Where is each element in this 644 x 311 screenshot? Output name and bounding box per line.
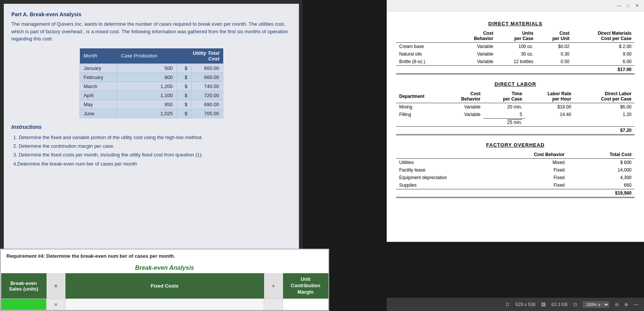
item-cell: Equipment depreciation <box>396 174 479 181</box>
cost-cell: 690.00 <box>191 100 223 109</box>
item-cell: Natural oils <box>396 50 457 58</box>
factory-overhead-title: FACTORY OVERHEAD <box>396 142 635 148</box>
behavior-cell: Variable <box>457 58 496 66</box>
dl-cost-per-case-header: Direct LaborCost per Case <box>574 90 635 103</box>
dept-cell: Mixing <box>396 103 442 111</box>
total-label <box>396 189 568 198</box>
table-row: Cream base Variable 100 oz. $0.02 $ 2.00 <box>396 43 635 51</box>
total-value: $19,560 <box>568 189 635 198</box>
instruction-item: 1. Determine the fixed and variable port… <box>13 133 291 142</box>
subtotal-empty <box>574 119 635 127</box>
divide-header: ÷ <box>264 273 283 299</box>
table-row: Utilities Mixed $ 600 <box>396 159 635 167</box>
close-button[interactable]: ✕ <box>634 3 640 9</box>
cases-cell: 1,100 <box>117 91 177 100</box>
bottom-section: Requirement #4: Determine the break-even… <box>0 249 329 311</box>
cost-case-cell: 6.00 <box>572 58 635 66</box>
units-cell: 100 oz. <box>496 43 537 51</box>
units-cell: 30 oz. <box>496 50 537 58</box>
part-a-title: Part A. Break-even Analysis <box>11 11 291 17</box>
behavior-cell: Mixed <box>479 159 568 167</box>
month-cell: January <box>80 63 117 73</box>
instructions-title: Instructions <box>11 124 291 130</box>
total-cost-header: Total Cost <box>568 151 635 159</box>
cases-cell: 1,025 <box>117 109 177 118</box>
item-header <box>396 29 457 43</box>
table-row: Supplies Fixed 660 <box>396 181 635 189</box>
cost-cell: 720.00 <box>191 91 223 100</box>
cost-cell: 740.00 <box>191 82 223 91</box>
cost-cell: $6.00 <box>574 103 635 111</box>
subtotal-row: 25 min. <box>396 119 635 127</box>
instruction-item: 4.Determine the break-even num ber of ca… <box>13 159 291 168</box>
zoom-out-right-icon[interactable]: ⊖ <box>615 302 619 307</box>
cost-cell: 705.00 <box>191 109 223 118</box>
total-label <box>396 66 572 74</box>
table-row: January 500 $ 600.00 <box>80 63 223 73</box>
direct-labor-title: DIRECT LABOR <box>396 81 635 87</box>
subtotal-empty <box>525 119 574 127</box>
month-cell: May <box>80 100 117 109</box>
frame-icon-right[interactable]: ⊡ <box>573 302 577 307</box>
cost-cell: 14,000 <box>568 166 635 174</box>
direct-labor-table: Department CostBehavior Timeper Case Lab… <box>396 90 635 135</box>
behavior-cell: Variable <box>442 103 484 111</box>
behavior-cell: Fixed <box>479 174 568 181</box>
dollar-cell: $ <box>177 109 191 118</box>
total-value: $17.00 <box>572 66 635 74</box>
rate-cell: $18.00 <box>525 103 574 111</box>
break-even-sales-cell[interactable] <box>1 299 47 310</box>
break-even-title: Break-even Analysis <box>1 263 328 273</box>
equals-header: = <box>47 273 65 299</box>
table-row: May 950 $ 690.00 <box>80 100 223 109</box>
direct-materials-title: DIRECT MATERIALS <box>396 21 635 26</box>
break-even-sales-header: Break-evenSales (units) <box>1 273 47 299</box>
break-even-table: Break-evenSales (units) = Fixed Costs ÷ … <box>1 273 328 310</box>
cost-cell: 660 <box>568 181 635 189</box>
instruction-item: 2. Determine the contrinution margin per… <box>13 142 291 150</box>
zoom-select-right[interactable]: 100% ∨ <box>583 301 609 308</box>
cost-case-cell: $ 2.00 <box>572 43 635 51</box>
equals-cell: = <box>47 299 65 310</box>
cost-cell: 1.20 <box>574 111 635 119</box>
cost-behavior-header: CostBehavior <box>457 29 496 43</box>
direct-materials-table: CostBehavior Unitsper Case Costper Unit … <box>396 29 635 74</box>
window-controls: — □ ✕ <box>387 0 644 11</box>
unit-contribution-header: UnitContributionMargin <box>283 273 328 299</box>
item-header <box>396 151 479 159</box>
fixed-costs-input-cell[interactable] <box>65 299 264 310</box>
file-size-text: 63.3 KB <box>551 302 568 307</box>
dollar-cell: $ <box>177 73 191 82</box>
part-a-description: The management of Quivers Inc. wants to … <box>11 20 291 43</box>
item-cell: Supplies <box>396 181 479 189</box>
subtotal-label <box>396 119 484 127</box>
zoom-in-right-icon[interactable]: ⊕ <box>624 302 628 307</box>
divide-cell <box>264 299 283 310</box>
cost-unit-cell: 0.30 <box>537 50 572 58</box>
dollar-cell: $ <box>177 82 191 91</box>
time-per-case-header: Timeper Case <box>484 90 525 103</box>
requirement-header: Requirement #4: Determine the break-even… <box>1 249 328 263</box>
subtotal-time: 25 min. <box>484 119 525 127</box>
right-content: DIRECT MATERIALS CostBehavior Unitsper C… <box>396 21 635 198</box>
instruction-item: 3. Determine the fixed costs per month, … <box>13 150 291 159</box>
requirement-text: Determine the break-even num ber of case… <box>47 253 175 259</box>
unit-contribution-input-cell[interactable] <box>283 299 328 310</box>
table-row: February 800 $ 660.00 <box>80 73 223 82</box>
rate-cell: 14.40 <box>525 111 574 119</box>
table-row: Equipment depreciation Fixed 4,300 <box>396 174 635 181</box>
item-cell: Cream base <box>396 43 457 51</box>
utility-total-header: Utility TotalCost <box>177 48 223 64</box>
right-panel: — □ ✕ DIRECT MATERIALS CostBehavior Unit… <box>387 0 644 242</box>
cost-cell: $ 600 <box>568 159 635 167</box>
file-icon: 🗋 <box>506 302 510 307</box>
minimize-button[interactable]: — <box>616 3 622 9</box>
image-icon: 🖼 <box>541 302 546 307</box>
month-cell: April <box>80 91 117 100</box>
maximize-button[interactable]: □ <box>625 3 631 9</box>
cost-case-cell: 9.00 <box>572 50 635 58</box>
cost-behavior-header: CostBehavior <box>442 90 484 103</box>
minus-icon[interactable]: — <box>634 302 638 307</box>
cost-per-unit-header: Costper Unit <box>537 29 572 43</box>
table-row: April 1,100 $ 720.00 <box>80 91 223 100</box>
